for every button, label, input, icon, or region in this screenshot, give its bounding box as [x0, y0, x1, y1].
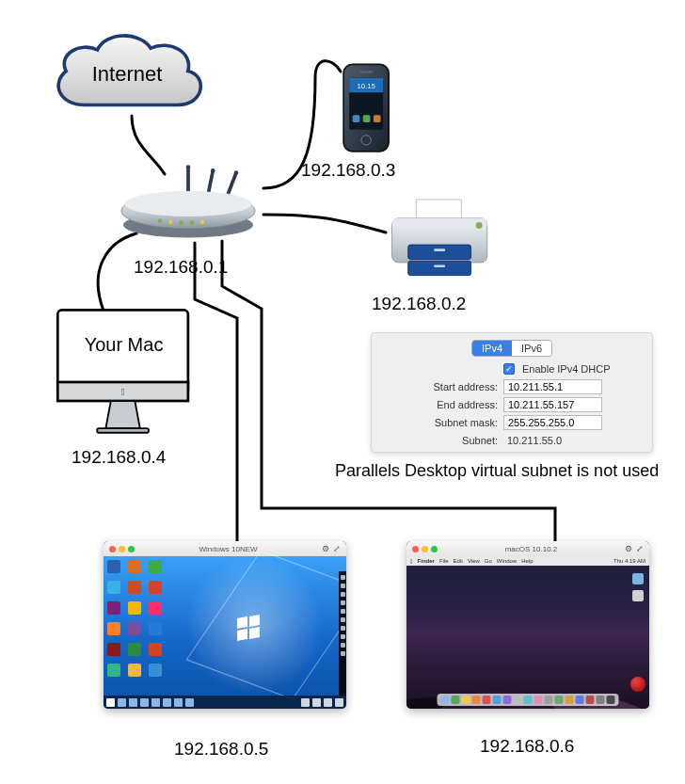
dock-app-icon[interactable] — [503, 696, 512, 704]
desktop-item-icon[interactable] — [632, 573, 644, 584]
macos-dock[interactable] — [438, 694, 619, 706]
desktop-app-icon[interactable] — [149, 643, 162, 656]
desktop-app-icon[interactable] — [107, 560, 120, 573]
gear-icon[interactable]: ⚙ — [322, 544, 329, 553]
ip-version-tabs[interactable]: IPv4 IPv6 — [471, 340, 552, 357]
zoom-icon[interactable] — [128, 546, 135, 552]
dock-app-icon[interactable] — [483, 696, 491, 704]
minimize-icon[interactable] — [422, 546, 428, 552]
subnet-mask-input[interactable] — [503, 415, 602, 430]
start-address-input[interactable] — [503, 379, 602, 394]
menu-item[interactable]: View — [468, 558, 480, 564]
dock-app-icon[interactable] — [576, 696, 584, 704]
taskbar-app-icon[interactable] — [163, 698, 171, 707]
side-panel-icon[interactable] — [341, 575, 345, 580]
dock-app-icon[interactable] — [555, 696, 564, 704]
dock-app-icon[interactable] — [514, 696, 522, 704]
dock-app-icon[interactable] — [524, 696, 533, 704]
side-panel-icon[interactable] — [341, 634, 345, 639]
taskbar-app-icon[interactable] — [174, 698, 183, 707]
close-icon[interactable] — [109, 546, 116, 552]
start-button-icon[interactable] — [106, 698, 115, 707]
ipv4-tab[interactable]: IPv4 — [472, 341, 512, 356]
dock-app-icon[interactable] — [597, 696, 605, 704]
vm-window-windows[interactable]: Windows 10NEW ⚙ ⤢ — [104, 541, 346, 709]
tray-icon[interactable] — [301, 698, 310, 707]
end-address-label: End address: — [383, 399, 503, 410]
side-panel-icon[interactable] — [341, 592, 345, 597]
side-panel-icon[interactable] — [341, 651, 345, 656]
svg-line-2 — [227, 173, 236, 198]
desktop-app-icon[interactable] — [107, 581, 120, 594]
taskbar-app-icon[interactable] — [151, 698, 160, 707]
svg-point-10 — [168, 220, 173, 225]
desktop-app-icon[interactable] — [107, 622, 120, 635]
side-panel-icon[interactable] — [341, 600, 345, 605]
menu-item[interactable]: Help — [521, 558, 533, 564]
svg-rect-24 — [392, 218, 487, 230]
desktop-app-icon[interactable] — [107, 601, 120, 615]
desktop-app-icon[interactable] — [149, 664, 162, 677]
dock-app-icon[interactable] — [545, 696, 553, 704]
side-panel-icon[interactable] — [341, 617, 345, 622]
desktop-item-icon[interactable] — [632, 590, 644, 601]
dock-app-icon[interactable] — [534, 696, 543, 704]
side-panel-icon[interactable] — [341, 609, 345, 614]
desktop-app-icon[interactable] — [107, 664, 120, 677]
taskbar-app-icon[interactable] — [185, 698, 194, 707]
menu-item[interactable]: Edit — [454, 558, 463, 564]
apple-menu-icon[interactable]:  — [410, 558, 413, 565]
zoom-icon[interactable] — [431, 546, 438, 552]
desktop-app-icon[interactable] — [128, 581, 141, 594]
dock-app-icon[interactable] — [441, 696, 450, 704]
tray-icon[interactable] — [335, 698, 343, 707]
start-address-label: Start address: — [383, 381, 503, 392]
gear-icon[interactable]: ⚙ — [625, 544, 632, 553]
taskbar-app-icon[interactable] — [118, 698, 126, 707]
menu-item[interactable]: File — [439, 558, 449, 564]
ipv6-tab[interactable]: IPv6 — [512, 341, 551, 356]
side-panel-icon[interactable] — [341, 626, 345, 631]
dock-app-icon[interactable] — [472, 696, 481, 704]
tray-icon[interactable] — [324, 698, 332, 707]
desktop-app-icon[interactable] — [128, 664, 141, 677]
menu-item[interactable]: Window — [497, 558, 517, 564]
close-icon[interactable] — [412, 546, 419, 552]
macos-menubar[interactable]:  FinderFileEditViewGoWindowHelpThu 4:19… — [406, 556, 649, 566]
desktop-app-icon[interactable] — [107, 643, 120, 656]
desktop-app-icon[interactable] — [149, 560, 162, 573]
tray-icon[interactable] — [312, 698, 321, 707]
end-address-input[interactable] — [503, 397, 602, 412]
dock-app-icon[interactable] — [493, 696, 502, 704]
dock-app-icon[interactable] — [452, 696, 460, 704]
enable-dhcp-checkbox[interactable]: ✓ — [503, 363, 515, 375]
vm-titlebar[interactable]: macOS 10.10.2 ⚙ ⤢ — [406, 541, 649, 556]
windows-taskbar[interactable] — [104, 696, 346, 709]
svg-rect-28 — [434, 265, 445, 268]
side-panel-icon[interactable] — [341, 643, 345, 648]
minimize-icon[interactable] — [119, 546, 125, 552]
printer-device — [384, 198, 497, 287]
side-panel-icon[interactable] — [341, 584, 345, 588]
dock-app-icon[interactable] — [462, 696, 470, 704]
dock-app-icon[interactable] — [607, 696, 615, 704]
vm-titlebar[interactable]: Windows 10NEW ⚙ ⤢ — [104, 541, 346, 556]
desktop-app-icon[interactable] — [149, 622, 162, 635]
subnet-label: Subnet: — [383, 435, 503, 446]
dock-app-icon[interactable] — [586, 696, 595, 704]
install-icon[interactable] — [630, 677, 645, 692]
dock-app-icon[interactable] — [566, 696, 574, 704]
taskbar-app-icon[interactable] — [140, 698, 149, 707]
desktop-app-icon[interactable] — [128, 643, 141, 656]
menu-item[interactable]: Finder — [418, 558, 435, 564]
desktop-app-icon[interactable] — [149, 601, 162, 615]
desktop-app-icon[interactable] — [128, 560, 141, 573]
expand-icon[interactable]: ⤢ — [636, 544, 644, 553]
desktop-app-icon[interactable] — [128, 622, 141, 635]
vm-window-macos[interactable]: macOS 10.10.2 ⚙ ⤢  FinderFileEditViewGo… — [406, 541, 649, 709]
menu-item[interactable]: Go — [485, 558, 492, 564]
expand-icon[interactable]: ⤢ — [333, 544, 341, 553]
taskbar-app-icon[interactable] — [129, 698, 137, 707]
desktop-app-icon[interactable] — [149, 581, 162, 594]
desktop-app-icon[interactable] — [128, 601, 141, 615]
